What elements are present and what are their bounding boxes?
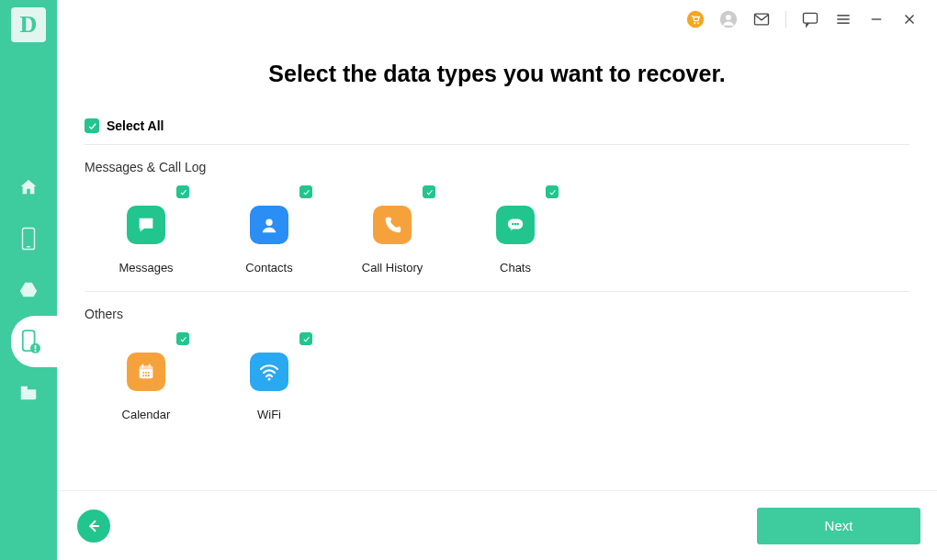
back-button[interactable] [77,510,110,543]
svg-point-33 [145,375,147,376]
card-label: Messages [119,261,173,274]
sidebar-item-folder[interactable] [0,367,57,419]
svg-point-7 [687,11,704,28]
card-calendar[interactable]: Calendar [85,327,208,421]
page-title: Select the data types you want to recove… [85,61,909,87]
section-title-others: Others [85,307,909,321]
titlebar-divider [785,11,786,28]
svg-point-30 [145,372,147,374]
cards-others: Calendar WiFi [85,327,909,438]
cart-icon [686,10,705,28]
svg-point-34 [148,375,150,376]
messages-icon [127,206,165,244]
sidebar-item-cloud[interactable] [0,264,57,316]
svg-rect-26 [140,366,153,370]
card-checkbox[interactable] [176,332,189,345]
card-label: WiFi [257,408,281,421]
next-button[interactable]: Next [757,508,920,544]
sidebar-item-recover[interactable] [11,316,57,367]
account-button[interactable] [719,10,738,28]
close-icon [901,11,918,28]
arrow-left-icon [85,518,102,534]
card-chats[interactable]: Chats [454,180,577,274]
main-area: Select the data types you want to recove… [57,0,937,560]
calendar-icon [127,353,165,391]
chats-icon [496,206,535,244]
gdrive-icon [18,280,39,300]
svg-point-11 [726,15,731,20]
cards-messages: Messages Contacts Call History [85,180,909,292]
card-label: Call History [362,261,423,274]
card-checkbox[interactable] [299,332,312,345]
contacts-icon [250,206,288,244]
user-icon [719,10,738,28]
svg-point-32 [142,375,144,376]
card-call-history[interactable]: Call History [331,180,454,274]
svg-point-31 [148,372,150,374]
card-wifi[interactable]: WiFi [208,327,331,421]
card-checkbox[interactable] [546,185,559,198]
svg-rect-1 [27,246,30,247]
phone-alert-icon [20,330,40,353]
card-checkbox[interactable] [299,185,312,198]
select-all-row: Select All [85,118,909,145]
select-all-checkbox[interactable] [85,118,99,133]
svg-rect-4 [35,345,37,349]
sidebar: D [0,0,57,560]
section-title-messages: Messages & Call Log [85,160,909,174]
mail-button[interactable] [752,10,771,28]
card-label: Chats [500,261,531,274]
minimize-button[interactable] [867,10,886,28]
card-label: Contacts [245,261,292,274]
svg-point-35 [268,378,271,381]
card-checkbox[interactable] [176,185,189,198]
home-icon [18,177,39,197]
chat-bubble-icon [801,10,819,28]
content: Select the data types you want to recove… [57,33,937,490]
sidebar-item-home[interactable] [0,162,57,213]
card-label: Calendar [122,408,171,421]
titlebar [57,0,937,33]
svg-point-23 [514,223,517,226]
svg-rect-28 [149,364,151,368]
app-logo: D [11,7,46,42]
svg-point-8 [694,22,695,24]
phone-device-icon [20,227,37,251]
svg-point-9 [697,22,699,24]
svg-rect-6 [21,386,28,389]
footer: Next [57,490,937,560]
svg-point-22 [512,223,514,226]
select-all-label: Select All [107,118,164,133]
svg-point-29 [142,372,144,374]
folder-icon [18,383,39,403]
card-messages[interactable]: Messages [85,180,208,274]
phone-icon [373,206,412,244]
minimize-icon [868,11,885,28]
menu-button[interactable] [834,10,852,28]
cart-button[interactable] [686,10,705,28]
card-contacts[interactable]: Contacts [208,180,331,274]
logo-letter: D [20,11,38,39]
sidebar-item-phone[interactable] [0,213,57,264]
mail-icon [752,10,771,28]
svg-point-20 [265,219,272,226]
card-checkbox[interactable] [423,185,435,198]
svg-rect-27 [141,364,143,368]
hamburger-icon [834,10,852,28]
svg-rect-5 [35,350,37,352]
close-button[interactable] [900,10,919,28]
svg-rect-13 [804,13,818,23]
feedback-button[interactable] [801,10,819,28]
wifi-icon [250,353,288,391]
svg-point-24 [516,223,519,226]
